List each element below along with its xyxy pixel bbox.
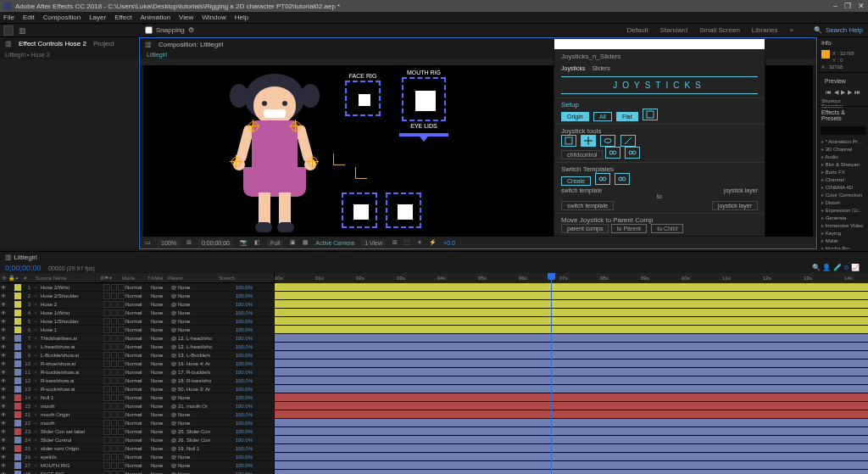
layer-trkmat[interactable]: None xyxy=(151,353,171,358)
layer-mode[interactable]: Normal xyxy=(125,293,151,298)
info-panel-title[interactable]: Info xyxy=(818,37,868,48)
eyelids-slider-tri[interactable] xyxy=(420,137,428,142)
layer-switches[interactable] xyxy=(103,318,125,325)
layer-parent[interactable]: 19. Null 1 xyxy=(178,446,229,451)
template-link-a-icon[interactable] xyxy=(595,173,610,185)
layer-visibility-icon[interactable]: 👁 xyxy=(0,471,7,475)
layer-parent[interactable]: 13. L-Buckle/s xyxy=(178,353,229,358)
timeline-layer-row[interactable]: 👁3▫Hose 2NormalNone@None100.0% xyxy=(0,300,274,309)
effects-category[interactable]: Color Correction xyxy=(818,191,868,198)
tool-line-icon[interactable] xyxy=(620,135,636,147)
layer-parent[interactable]: 17. R-buckle/s xyxy=(178,370,229,375)
layer-name[interactable]: mouth Origin xyxy=(39,412,103,417)
btn-origin[interactable]: Origin xyxy=(561,112,589,121)
layer-parent[interactable]: None xyxy=(178,310,229,315)
search-help-label[interactable]: Search Help xyxy=(826,26,863,34)
layer-mode[interactable]: Normal xyxy=(125,285,151,290)
timeline-ruler[interactable]: 00s01s02s03s04s05s06s07s08s09s10s11s12s1… xyxy=(275,273,868,283)
viewer-camera[interactable]: Active Camera xyxy=(315,240,354,246)
timeline-layer-row[interactable]: 👁21▫mouth OriginNormalNone@None100.0% xyxy=(0,410,274,419)
preview-prev-icon[interactable]: ◀ xyxy=(834,89,838,96)
timeline-track-bar[interactable] xyxy=(275,360,868,368)
layer-name[interactable]: L-head/show.ai xyxy=(39,344,103,349)
timeline-track-bar[interactable] xyxy=(275,351,868,360)
tab-project[interactable]: Project xyxy=(93,40,114,47)
effects-category[interactable]: Channel xyxy=(818,176,868,183)
layer-switches[interactable] xyxy=(103,445,125,452)
timeline-track-bar[interactable] xyxy=(275,300,868,309)
preview-panel-title[interactable]: Preview xyxy=(821,75,865,86)
menu-composition[interactable]: Composition xyxy=(43,14,81,21)
timeline-shy-icon[interactable]: 👤 xyxy=(822,264,831,271)
layer-stretch[interactable]: 100.0% xyxy=(229,438,253,443)
layer-parent[interactable]: 16. Hose 4: Ar xyxy=(178,361,229,366)
layer-name[interactable]: R-shoe/show.ai xyxy=(39,361,103,366)
layer-stretch[interactable]: 100.0% xyxy=(229,471,253,475)
layer-stretch[interactable]: 100.0% xyxy=(229,387,253,392)
timeline-track-bar[interactable] xyxy=(275,283,868,292)
layer-name[interactable]: Hose 1/Wrist xyxy=(39,310,103,315)
layer-color-swatch[interactable] xyxy=(14,318,21,325)
layer-parent-pickwhip-icon[interactable]: @ xyxy=(171,454,178,460)
layer-parent-pickwhip-icon[interactable]: @ xyxy=(171,463,178,468)
timeline-track-bar[interactable] xyxy=(275,376,868,385)
layer-trkmat[interactable]: None xyxy=(151,471,171,475)
layer-parent-pickwhip-icon[interactable]: @ xyxy=(171,336,178,341)
layer-stretch[interactable]: 100.0% xyxy=(229,336,253,341)
viewer-resolution[interactable]: Full xyxy=(267,239,283,247)
layer-parent-pickwhip-icon[interactable]: @ xyxy=(171,361,178,366)
viewer-channels-icon[interactable]: ◧ xyxy=(254,239,260,246)
layer-trkmat[interactable]: None xyxy=(151,454,171,460)
timeline-track-bar[interactable] xyxy=(275,292,868,300)
preview-first-icon[interactable]: ⏮ xyxy=(826,89,832,96)
layer-mode[interactable]: Normal xyxy=(125,404,151,409)
layer-name[interactable]: Null 1 xyxy=(39,395,103,400)
layer-mode[interactable]: Normal xyxy=(125,412,151,417)
layer-color-swatch[interactable] xyxy=(14,462,21,469)
effects-category[interactable]: Generate xyxy=(818,214,868,221)
viewer-transparency-icon[interactable]: ▦ xyxy=(303,239,309,246)
timeline-track-bar[interactable] xyxy=(275,453,868,461)
menu-view[interactable]: View xyxy=(179,14,193,21)
layer-color-swatch[interactable] xyxy=(14,335,21,342)
timeline-layer-row[interactable]: 👁23▫Slider Con set labelNormalNone@25. S… xyxy=(0,427,274,436)
layer-parent-pickwhip-icon[interactable]: @ xyxy=(171,421,178,426)
layer-mode[interactable]: Normal xyxy=(125,344,151,349)
layer-visibility-icon[interactable]: 👁 xyxy=(0,412,7,417)
layer-trkmat[interactable]: None xyxy=(151,463,171,468)
layer-color-swatch[interactable] xyxy=(14,343,21,350)
viewer-views[interactable]: 1 View xyxy=(361,239,386,247)
layer-visibility-icon[interactable]: 👁 xyxy=(0,361,7,366)
layer-stretch[interactable]: 100.0% xyxy=(229,353,253,358)
effects-category[interactable]: Expression Controls xyxy=(818,206,868,214)
link-b-icon[interactable] xyxy=(625,147,640,159)
layer-trkmat[interactable]: None xyxy=(151,387,171,392)
layer-trkmat[interactable]: None xyxy=(151,421,171,426)
layer-switches[interactable] xyxy=(103,386,125,393)
viewer-settings-icon[interactable]: +0.0 xyxy=(443,240,455,246)
viewer-res-icon[interactable]: ⊞ xyxy=(186,239,192,246)
menu-file[interactable]: File xyxy=(3,14,14,21)
layer-name[interactable]: eyelids xyxy=(39,454,103,460)
timeline-track-bar[interactable] xyxy=(275,326,868,334)
layer-color-swatch[interactable] xyxy=(14,403,21,410)
layer-parent[interactable]: 50. Hose 3: Ar xyxy=(178,387,229,392)
timeline-layer-row[interactable]: 👁28▫FACE RIGNormalNone@None100.0% xyxy=(0,470,274,474)
timeline-track-bar[interactable] xyxy=(275,436,868,444)
layer-stretch[interactable]: 100.0% xyxy=(229,463,253,468)
layer-switches[interactable] xyxy=(103,420,125,427)
layer-mode[interactable]: Normal xyxy=(125,327,151,332)
layer-parent-pickwhip-icon[interactable]: @ xyxy=(171,387,178,392)
layer-switches[interactable] xyxy=(103,411,125,418)
layer-visibility-icon[interactable]: 👁 xyxy=(0,429,7,434)
layer-stretch[interactable]: 100.0% xyxy=(229,421,253,426)
effects-category[interactable]: Distort xyxy=(818,198,868,206)
parent-comps-dropdown[interactable]: parent comps xyxy=(561,224,609,233)
viewer-fast-previews-icon[interactable]: ⚡ xyxy=(429,239,437,246)
timeline-layer-row[interactable]: 👁12▫R-toes/show.aiNormalNone@18. R-toes/… xyxy=(0,376,274,385)
timeline-layer-row[interactable]: 👁1▫Hose 2/WristNormalNone@None100.0% xyxy=(0,283,274,292)
layer-mode[interactable]: Normal xyxy=(125,353,151,358)
timeline-track-bar[interactable] xyxy=(275,393,868,402)
link-a-icon[interactable] xyxy=(605,147,620,159)
timeline-layer-row[interactable]: 👁7▫Thickhairlines.aiNormalNone@12. L-hea… xyxy=(0,334,274,343)
